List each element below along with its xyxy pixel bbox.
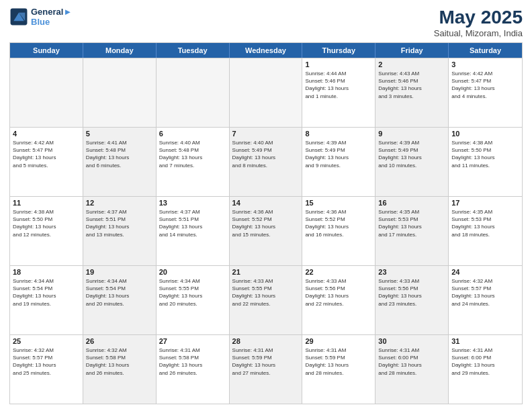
day-number: 29 bbox=[305, 337, 372, 345]
day-cell-2: 2Sunrise: 4:43 AM Sunset: 5:46 PM Daylig… bbox=[375, 58, 449, 127]
day-number: 13 bbox=[159, 199, 226, 207]
day-cell-9: 9Sunrise: 4:39 AM Sunset: 5:49 PM Daylig… bbox=[375, 128, 449, 196]
day-number: 27 bbox=[159, 337, 226, 345]
day-cell-21: 21Sunrise: 4:33 AM Sunset: 5:55 PM Dayli… bbox=[230, 266, 303, 334]
day-number: 16 bbox=[378, 199, 445, 207]
day-cell-30: 30Sunrise: 4:31 AM Sunset: 6:00 PM Dayli… bbox=[375, 335, 449, 404]
day-cell-29: 29Sunrise: 4:31 AM Sunset: 5:59 PM Dayli… bbox=[302, 335, 375, 404]
day-number: 10 bbox=[451, 130, 519, 138]
day-info: Sunrise: 4:37 AM Sunset: 5:51 PM Dayligh… bbox=[159, 208, 226, 238]
day-info: Sunrise: 4:32 AM Sunset: 5:57 PM Dayligh… bbox=[451, 277, 519, 308]
empty-cell bbox=[157, 58, 230, 127]
day-info: Sunrise: 4:34 AM Sunset: 5:55 PM Dayligh… bbox=[159, 277, 226, 308]
day-info: Sunrise: 4:42 AM Sunset: 5:47 PM Dayligh… bbox=[13, 139, 80, 169]
day-number: 31 bbox=[451, 337, 519, 345]
day-cell-6: 6Sunrise: 4:40 AM Sunset: 5:48 PM Daylig… bbox=[157, 128, 230, 196]
calendar-body: 1Sunrise: 4:44 AM Sunset: 5:46 PM Daylig… bbox=[10, 58, 522, 404]
day-number: 21 bbox=[232, 268, 300, 276]
day-cell-14: 14Sunrise: 4:36 AM Sunset: 5:52 PM Dayli… bbox=[230, 197, 303, 265]
weekday-header-sunday: Sunday bbox=[10, 43, 83, 58]
day-number: 4 bbox=[13, 130, 80, 138]
day-cell-28: 28Sunrise: 4:31 AM Sunset: 5:59 PM Dayli… bbox=[230, 335, 303, 404]
page: General► Blue May 2025 Saitual, Mizoram,… bbox=[0, 0, 532, 411]
day-number: 3 bbox=[451, 60, 519, 68]
empty-cell bbox=[230, 58, 303, 127]
day-info: Sunrise: 4:39 AM Sunset: 5:49 PM Dayligh… bbox=[305, 139, 372, 169]
day-number: 2 bbox=[378, 60, 445, 68]
weekday-header-thursday: Thursday bbox=[302, 43, 375, 58]
day-info: Sunrise: 4:42 AM Sunset: 5:47 PM Dayligh… bbox=[451, 70, 519, 100]
day-info: Sunrise: 4:33 AM Sunset: 5:55 PM Dayligh… bbox=[232, 277, 300, 308]
day-number: 28 bbox=[232, 337, 300, 345]
calendar-row-4: 18Sunrise: 4:34 AM Sunset: 5:54 PM Dayli… bbox=[10, 265, 522, 334]
day-info: Sunrise: 4:34 AM Sunset: 5:54 PM Dayligh… bbox=[86, 277, 153, 308]
day-number: 6 bbox=[159, 130, 226, 138]
day-cell-16: 16Sunrise: 4:35 AM Sunset: 5:53 PM Dayli… bbox=[375, 197, 449, 265]
month-title: May 2025 bbox=[434, 7, 523, 28]
day-info: Sunrise: 4:36 AM Sunset: 5:52 PM Dayligh… bbox=[305, 208, 372, 238]
day-number: 19 bbox=[86, 268, 153, 276]
day-info: Sunrise: 4:38 AM Sunset: 5:50 PM Dayligh… bbox=[451, 139, 519, 169]
day-info: Sunrise: 4:35 AM Sunset: 5:53 PM Dayligh… bbox=[378, 208, 445, 238]
empty-cell bbox=[10, 58, 83, 127]
day-number: 9 bbox=[378, 130, 445, 138]
day-info: Sunrise: 4:33 AM Sunset: 5:56 PM Dayligh… bbox=[305, 277, 372, 308]
title-block: May 2025 Saitual, Mizoram, India bbox=[434, 7, 523, 38]
day-number: 18 bbox=[13, 268, 80, 276]
day-cell-13: 13Sunrise: 4:37 AM Sunset: 5:51 PM Dayli… bbox=[157, 197, 230, 265]
day-cell-17: 17Sunrise: 4:35 AM Sunset: 5:53 PM Dayli… bbox=[449, 197, 522, 265]
day-cell-19: 19Sunrise: 4:34 AM Sunset: 5:54 PM Dayli… bbox=[83, 266, 157, 334]
day-info: Sunrise: 4:33 AM Sunset: 5:56 PM Dayligh… bbox=[378, 277, 445, 308]
logo: General► Blue bbox=[9, 7, 72, 27]
day-info: Sunrise: 4:31 AM Sunset: 5:59 PM Dayligh… bbox=[305, 347, 372, 377]
day-number: 7 bbox=[232, 130, 300, 138]
day-info: Sunrise: 4:31 AM Sunset: 6:00 PM Dayligh… bbox=[378, 347, 445, 377]
day-cell-26: 26Sunrise: 4:32 AM Sunset: 5:58 PM Dayli… bbox=[83, 335, 157, 404]
day-number: 24 bbox=[451, 268, 519, 276]
day-number: 1 bbox=[305, 60, 372, 68]
day-info: Sunrise: 4:43 AM Sunset: 5:46 PM Dayligh… bbox=[378, 70, 445, 100]
day-info: Sunrise: 4:35 AM Sunset: 5:53 PM Dayligh… bbox=[451, 208, 519, 238]
calendar-header: SundayMondayTuesdayWednesdayThursdayFrid… bbox=[10, 43, 522, 58]
weekday-header-saturday: Saturday bbox=[449, 43, 522, 58]
day-number: 11 bbox=[13, 199, 80, 207]
day-info: Sunrise: 4:37 AM Sunset: 5:51 PM Dayligh… bbox=[86, 208, 153, 238]
day-cell-31: 31Sunrise: 4:31 AM Sunset: 6:00 PM Dayli… bbox=[449, 335, 522, 404]
day-number: 14 bbox=[232, 199, 300, 207]
empty-cell bbox=[83, 58, 157, 127]
day-info: Sunrise: 4:36 AM Sunset: 5:52 PM Dayligh… bbox=[232, 208, 300, 238]
day-info: Sunrise: 4:34 AM Sunset: 5:54 PM Dayligh… bbox=[13, 277, 80, 308]
logo-icon bbox=[9, 7, 28, 26]
day-number: 8 bbox=[305, 130, 372, 138]
calendar: SundayMondayTuesdayWednesdayThursdayFrid… bbox=[9, 42, 523, 404]
day-info: Sunrise: 4:41 AM Sunset: 5:48 PM Dayligh… bbox=[86, 139, 153, 169]
day-cell-11: 11Sunrise: 4:38 AM Sunset: 5:50 PM Dayli… bbox=[10, 197, 83, 265]
day-info: Sunrise: 4:31 AM Sunset: 5:59 PM Dayligh… bbox=[232, 347, 300, 377]
day-info: Sunrise: 4:39 AM Sunset: 5:49 PM Dayligh… bbox=[378, 139, 445, 169]
day-cell-7: 7Sunrise: 4:40 AM Sunset: 5:49 PM Daylig… bbox=[230, 128, 303, 196]
day-number: 15 bbox=[305, 199, 372, 207]
day-number: 17 bbox=[451, 199, 519, 207]
day-cell-10: 10Sunrise: 4:38 AM Sunset: 5:50 PM Dayli… bbox=[449, 128, 522, 196]
day-cell-4: 4Sunrise: 4:42 AM Sunset: 5:47 PM Daylig… bbox=[10, 128, 83, 196]
day-info: Sunrise: 4:32 AM Sunset: 5:58 PM Dayligh… bbox=[86, 347, 153, 377]
day-cell-12: 12Sunrise: 4:37 AM Sunset: 5:51 PM Dayli… bbox=[83, 197, 157, 265]
day-cell-1: 1Sunrise: 4:44 AM Sunset: 5:46 PM Daylig… bbox=[302, 58, 375, 127]
calendar-row-2: 4Sunrise: 4:42 AM Sunset: 5:47 PM Daylig… bbox=[10, 127, 522, 196]
day-cell-20: 20Sunrise: 4:34 AM Sunset: 5:55 PM Dayli… bbox=[157, 266, 230, 334]
weekday-header-friday: Friday bbox=[375, 43, 449, 58]
day-cell-23: 23Sunrise: 4:33 AM Sunset: 5:56 PM Dayli… bbox=[375, 266, 449, 334]
day-number: 22 bbox=[305, 268, 372, 276]
day-info: Sunrise: 4:38 AM Sunset: 5:50 PM Dayligh… bbox=[13, 208, 80, 238]
day-number: 26 bbox=[86, 337, 153, 345]
day-cell-8: 8Sunrise: 4:39 AM Sunset: 5:49 PM Daylig… bbox=[302, 128, 375, 196]
day-number: 12 bbox=[86, 199, 153, 207]
day-info: Sunrise: 4:40 AM Sunset: 5:48 PM Dayligh… bbox=[159, 139, 226, 169]
day-info: Sunrise: 4:40 AM Sunset: 5:49 PM Dayligh… bbox=[232, 139, 300, 169]
day-number: 25 bbox=[13, 337, 80, 345]
day-number: 5 bbox=[86, 130, 153, 138]
day-cell-3: 3Sunrise: 4:42 AM Sunset: 5:47 PM Daylig… bbox=[449, 58, 522, 127]
day-cell-15: 15Sunrise: 4:36 AM Sunset: 5:52 PM Dayli… bbox=[302, 197, 375, 265]
calendar-row-3: 11Sunrise: 4:38 AM Sunset: 5:50 PM Dayli… bbox=[10, 196, 522, 265]
day-cell-18: 18Sunrise: 4:34 AM Sunset: 5:54 PM Dayli… bbox=[10, 266, 83, 334]
